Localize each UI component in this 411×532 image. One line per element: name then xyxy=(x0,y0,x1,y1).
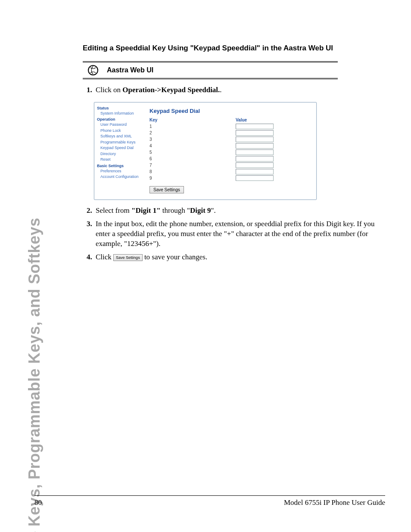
steps-bottom: Select from "Digit 1" through "Digit 9".… xyxy=(83,206,384,262)
nav-item-system-information[interactable]: System Information xyxy=(97,111,143,117)
steps-top: Click on Operation->Keypad Speeddial.. xyxy=(83,85,384,95)
nav-item-softkeys-xml[interactable]: Softkeys and XML xyxy=(97,134,143,140)
ss-row: 7 xyxy=(149,162,312,168)
ss-input-5[interactable] xyxy=(236,149,274,155)
book-title: Model 6755i IP Phone User Guide xyxy=(284,498,385,507)
page-content: Editing a Speeddial Key Using "Keypad Sp… xyxy=(83,44,384,266)
ss-input-2[interactable] xyxy=(236,130,274,136)
ui-box: Aastra Web UI xyxy=(83,61,338,79)
ss-table-head: Key Value xyxy=(149,118,312,122)
ss-nav: Status System Information Operation User… xyxy=(94,103,145,199)
ss-title: Keypad Speed Dial xyxy=(149,108,312,114)
nav-status-head: Status xyxy=(97,106,143,110)
nav-basic-head: Basic Settings xyxy=(97,164,143,168)
nav-item-reset[interactable]: Reset xyxy=(97,157,143,163)
step-1: Click on Operation->Keypad Speeddial.. xyxy=(94,85,384,95)
page-footer: 80 Model 6755i IP Phone User Guide xyxy=(34,495,385,507)
step-3: In the input box, edit the phone number,… xyxy=(94,219,384,249)
ss-input-9[interactable] xyxy=(236,175,274,181)
side-tab-text: Line Keys, Programmable Keys, and Softke… xyxy=(25,218,44,532)
inline-save-settings-button[interactable]: Save Settings xyxy=(113,254,143,261)
ss-row: 2 xyxy=(149,130,312,136)
nav-item-account-config[interactable]: Account Configuration xyxy=(97,174,143,180)
nav-item-programmable-keys[interactable]: Programmable Keys xyxy=(97,140,143,146)
nav-item-phone-lock[interactable]: Phone Lock xyxy=(97,128,143,134)
ss-row: 9 xyxy=(149,175,312,181)
nav-item-user-password[interactable]: User Password xyxy=(97,122,143,128)
side-tab: Line Keys, Programmable Keys, and Softke… xyxy=(22,38,47,400)
ss-input-3[interactable] xyxy=(236,137,274,142)
ss-row: 8 xyxy=(149,169,312,174)
ss-main: Keypad Speed Dial Key Value 1 2 3 4 5 6 … xyxy=(145,103,316,199)
save-settings-button[interactable]: Save Settings xyxy=(149,186,184,193)
ss-input-7[interactable] xyxy=(236,162,274,168)
globe-icon xyxy=(88,65,98,75)
nav-item-preferences[interactable]: Preferences xyxy=(97,168,143,174)
ss-input-4[interactable] xyxy=(236,143,274,149)
page-number: 80 xyxy=(34,498,42,507)
ss-row: 4 xyxy=(149,143,312,149)
ui-box-title: Aastra Web UI xyxy=(107,66,153,74)
nav-item-directory[interactable]: Directory xyxy=(97,151,143,157)
ss-col-key: Key xyxy=(149,118,236,122)
ss-row: 1 xyxy=(149,124,312,129)
embedded-screenshot: Status System Information Operation User… xyxy=(94,102,317,200)
step-2: Select from "Digit 1" through "Digit 9". xyxy=(94,206,384,216)
ss-input-8[interactable] xyxy=(236,169,274,174)
ss-input-6[interactable] xyxy=(236,156,274,162)
nav-item-keypad-speed-dial[interactable]: Keypad Speed Dial xyxy=(97,145,143,151)
ss-col-value: Value xyxy=(236,118,247,122)
ss-row: 3 xyxy=(149,137,312,142)
nav-operation-head: Operation xyxy=(97,117,143,121)
ss-row: 5 xyxy=(149,149,312,155)
ss-input-1[interactable] xyxy=(236,124,274,129)
section-title: Editing a Speeddial Key Using "Keypad Sp… xyxy=(83,44,384,53)
ss-row: 6 xyxy=(149,156,312,162)
step-4: Click Save Settings to save your changes… xyxy=(94,252,384,262)
